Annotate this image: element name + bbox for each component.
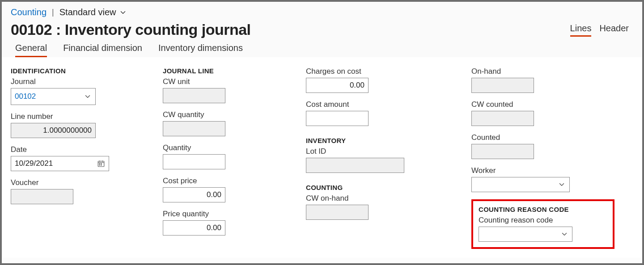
view-selector-label: Standard view	[59, 7, 116, 17]
line-number-field: 1.0000000000	[11, 123, 96, 138]
svg-rect-4	[99, 163, 100, 164]
detail-subtabs: General Financial dimension Inventory di…	[11, 43, 633, 57]
charges-on-cost-field[interactable]: 0.00	[306, 78, 369, 93]
section-counting-head: COUNTING	[306, 184, 453, 191]
column-inventory: Charges on cost 0.00 Cost amount INVENTO…	[306, 67, 453, 249]
counted-field	[471, 144, 534, 159]
counted-label: Counted	[471, 133, 614, 142]
cost-price-field[interactable]: 0.00	[163, 187, 225, 202]
journal-label: Journal	[11, 77, 145, 86]
column-journal-line: JOURNAL LINE CW unit CW quantity Quantit…	[163, 67, 288, 249]
subtab-financial-dimension[interactable]: Financial dimension	[63, 43, 142, 57]
cw-quantity-label: CW quantity	[163, 110, 288, 119]
quantity-field[interactable]	[163, 154, 225, 169]
date-label: Date	[11, 145, 145, 154]
cw-unit-field	[163, 88, 225, 103]
date-field[interactable]: 10/29/2021	[11, 156, 109, 171]
cw-quantity-field	[163, 121, 225, 136]
charges-on-cost-label: Charges on cost	[306, 67, 453, 76]
form-content: IDENTIFICATION Journal 00102 Line number…	[2, 57, 642, 258]
svg-rect-7	[101, 164, 102, 165]
section-inventory-head: INVENTORY	[306, 137, 453, 144]
cw-counted-label: CW counted	[471, 100, 614, 109]
voucher-field	[11, 189, 73, 204]
tab-header[interactable]: Header	[599, 23, 629, 37]
counting-reason-code-highlight: COUNTING REASON CODE Counting reason cod…	[471, 199, 614, 249]
breadcrumb: Counting | Standard view	[11, 7, 633, 17]
page-title: 00102 : Inventory counting journal	[11, 21, 251, 38]
subtab-inventory-dimensions[interactable]: Inventory dimensions	[158, 43, 243, 57]
cw-onhand-label: CW on-hand	[306, 194, 453, 203]
reason-code-combo[interactable]	[479, 227, 572, 242]
page-header: Counting | Standard view 00102 : Invento…	[2, 2, 642, 57]
cw-onhand-field	[306, 205, 369, 220]
lot-id-field	[306, 158, 404, 173]
breadcrumb-separator: |	[52, 8, 54, 17]
column-counting-right: On-hand CW counted Counted Worker	[471, 67, 614, 249]
price-quantity-label: Price quantity	[163, 210, 288, 219]
lines-header-tabs: Lines Header	[570, 23, 633, 37]
worker-combo[interactable]	[471, 177, 570, 192]
lot-id-label: Lot ID	[306, 147, 453, 156]
column-identification: IDENTIFICATION Journal 00102 Line number…	[11, 67, 145, 249]
cw-unit-label: CW unit	[163, 77, 288, 86]
cost-amount-label: Cost amount	[306, 100, 453, 109]
chevron-down-icon	[84, 93, 92, 101]
journal-combo[interactable]: 00102	[11, 88, 96, 105]
app-frame: Counting | Standard view 00102 : Invento…	[0, 0, 644, 265]
cost-price-label: Cost price	[163, 177, 288, 185]
reason-code-label: Counting reason code	[479, 216, 607, 225]
cost-amount-field[interactable]	[306, 111, 369, 126]
chevron-down-icon	[558, 181, 566, 189]
section-reason-head: COUNTING REASON CODE	[479, 206, 607, 213]
tab-lines[interactable]: Lines	[570, 23, 592, 37]
chevron-down-icon	[560, 230, 568, 238]
cw-counted-field	[471, 111, 534, 126]
worker-label: Worker	[471, 166, 614, 175]
subtab-general[interactable]: General	[15, 43, 47, 57]
view-selector[interactable]: Standard view	[59, 7, 127, 17]
svg-rect-6	[99, 164, 100, 165]
onhand-label: On-hand	[471, 67, 614, 76]
section-journal-line-head: JOURNAL LINE	[163, 67, 288, 75]
chevron-down-icon	[119, 8, 127, 17]
date-value: 10/29/2021	[15, 159, 53, 168]
journal-value: 00102	[15, 92, 84, 101]
voucher-label: Voucher	[11, 178, 145, 187]
line-number-label: Line number	[11, 112, 145, 121]
calendar-icon	[97, 160, 105, 168]
section-identification-head: IDENTIFICATION	[11, 67, 145, 75]
breadcrumb-link-counting[interactable]: Counting	[11, 7, 47, 17]
quantity-label: Quantity	[163, 143, 288, 152]
svg-rect-5	[101, 163, 102, 164]
onhand-field	[471, 78, 534, 93]
price-quantity-field[interactable]: 0.00	[163, 220, 225, 236]
